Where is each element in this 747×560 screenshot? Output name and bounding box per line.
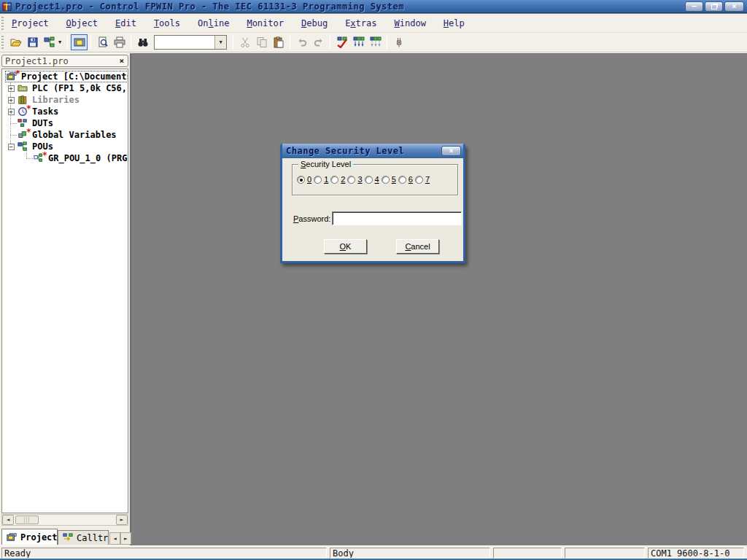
menu-debug[interactable]: Debug xyxy=(297,17,332,30)
redo-button[interactable] xyxy=(310,34,327,50)
minimize-button[interactable]: — xyxy=(685,1,703,12)
calltree-tab-icon xyxy=(62,533,75,543)
project-icon: * xyxy=(6,71,19,82)
radio-icon xyxy=(314,176,322,184)
tree-item-libraries[interactable]: + Libraries xyxy=(2,94,128,106)
panel-title: Project1.pro xyxy=(5,56,69,66)
cut-button[interactable] xyxy=(236,34,253,50)
menu-window[interactable]: Window xyxy=(390,17,430,30)
radio-level-4[interactable]: 4 xyxy=(365,175,379,184)
tree-item-label: Global Variables xyxy=(32,130,117,140)
radio-level-6[interactable]: 6 xyxy=(398,175,413,184)
save-button[interactable] xyxy=(24,34,41,50)
new-pou-icon xyxy=(44,36,55,48)
copy-button[interactable] xyxy=(253,34,270,50)
dialog-close-button[interactable]: × xyxy=(441,146,461,156)
menubar-grip[interactable] xyxy=(1,17,4,30)
online-mode-button[interactable] xyxy=(390,34,407,50)
status-bar: Ready Body COM1 9600-8-1-0 xyxy=(0,545,747,560)
dialog-titlebar[interactable]: Change Security Level × xyxy=(282,144,463,158)
radio-level-0[interactable]: 0 xyxy=(297,175,311,184)
toolbar-separator xyxy=(67,35,68,50)
toolbar-grip[interactable] xyxy=(1,36,4,49)
tab-project[interactable]: Project xyxy=(1,529,58,545)
copy-icon xyxy=(256,36,268,48)
menu-monitor[interactable]: Monitor xyxy=(242,17,288,30)
scroll-left-icon[interactable]: ◄ xyxy=(2,515,14,525)
modified-asterisk: * xyxy=(42,150,47,160)
panel-close-icon[interactable]: × xyxy=(119,56,128,66)
tree-item-plc[interactable]: + PLC (FP1 5,0k C56, xyxy=(2,82,128,94)
panel-horizontal-scrollbar[interactable]: ◄ ► xyxy=(1,514,128,526)
paste-button[interactable] xyxy=(270,34,287,50)
radio-icon xyxy=(415,176,423,184)
undo-icon xyxy=(296,36,308,48)
download-changes-button[interactable] xyxy=(367,34,384,50)
print-button[interactable] xyxy=(111,34,128,50)
tree-item-global-variables[interactable]: * Global Variables xyxy=(2,129,128,141)
tree-item-duts[interactable]: DUTs xyxy=(2,117,128,129)
tab-scroll-right-icon[interactable]: ► xyxy=(120,532,131,545)
tree-item-tasks[interactable]: + * Tasks xyxy=(2,106,128,117)
project-navigator-button[interactable] xyxy=(71,34,88,50)
radio-level-7[interactable]: 7 xyxy=(415,175,430,184)
project-navigator-panel: Project1.pro × * Project [C:\Documents +… xyxy=(0,53,131,545)
radio-level-5[interactable]: 5 xyxy=(382,175,396,184)
expand-icon[interactable]: + xyxy=(8,97,15,104)
close-button[interactable]: × xyxy=(724,1,744,12)
tab-label: Project xyxy=(20,532,58,542)
print-preview-button[interactable] xyxy=(94,34,111,50)
expand-icon[interactable]: + xyxy=(8,85,15,92)
tab-calltree[interactable]: Calltre xyxy=(58,530,109,545)
scrollbar-thumb[interactable] xyxy=(15,516,39,524)
menu-project[interactable]: Project xyxy=(7,17,53,30)
window-titlebar: Project1.pro - Control FPWIN Pro - The I… xyxy=(0,0,747,13)
menu-online[interactable]: Online xyxy=(193,17,233,30)
scroll-right-icon[interactable]: ► xyxy=(116,515,128,525)
radio-level-1[interactable]: 1 xyxy=(314,175,328,184)
undo-button[interactable] xyxy=(293,34,310,50)
compile-check-button[interactable] xyxy=(333,34,350,50)
pou-prg-icon: * xyxy=(33,153,46,163)
new-pou-button[interactable] xyxy=(41,34,58,50)
radio-icon xyxy=(347,176,355,184)
collapse-icon[interactable]: − xyxy=(8,144,15,150)
menu-edit[interactable]: Edit xyxy=(111,17,141,30)
tree-item-label: Project [C:\Documents xyxy=(21,71,128,82)
tree-item-label: GR_POU_1_0 (PRG) xyxy=(48,153,128,163)
ok-button[interactable]: OK xyxy=(324,239,367,254)
find-combobox-value[interactable] xyxy=(155,36,214,49)
menu-extras[interactable]: Extras xyxy=(341,17,381,30)
find-button[interactable] xyxy=(134,34,151,50)
restore-icon xyxy=(711,4,717,9)
tree-item-gr-pou[interactable]: * GR_POU_1_0 (PRG) xyxy=(2,152,128,164)
radio-icon xyxy=(330,176,338,184)
security-level-groupbox: Security Level 0 1 2 3 4 5 6 7 xyxy=(292,164,458,195)
tree-selection: * Project [C:\Documents xyxy=(5,71,128,82)
radio-level-3[interactable]: 3 xyxy=(347,175,362,184)
radio-icon xyxy=(365,176,373,184)
combobox-dropdown-icon[interactable]: ▼ xyxy=(214,36,226,49)
menu-object[interactable]: Object xyxy=(62,17,102,30)
tree-item-project[interactable]: * Project [C:\Documents xyxy=(2,71,128,82)
toolbar-separator xyxy=(330,35,330,50)
restore-button[interactable] xyxy=(705,1,723,12)
tab-scroll-left-icon[interactable]: ◄ xyxy=(109,532,120,545)
print-icon xyxy=(114,36,125,48)
radio-level-2[interactable]: 2 xyxy=(330,175,345,184)
find-combobox[interactable]: ▼ xyxy=(154,35,227,50)
expand-icon[interactable]: + xyxy=(8,109,15,115)
new-pou-dropdown[interactable]: ▼ xyxy=(58,39,64,45)
download-program-button[interactable] xyxy=(350,34,367,50)
open-button[interactable] xyxy=(7,34,24,50)
menu-help[interactable]: Help xyxy=(439,17,469,30)
global-variables-icon: * xyxy=(17,130,30,140)
navigator-icon xyxy=(74,36,85,48)
tree-item-label: DUTs xyxy=(32,118,53,128)
cancel-button[interactable]: Cancel xyxy=(396,239,439,254)
password-input[interactable] xyxy=(332,211,462,225)
status-empty-2 xyxy=(565,548,645,559)
menu-tools[interactable]: Tools xyxy=(150,17,185,30)
tree-item-pous[interactable]: − POUs xyxy=(2,141,128,152)
compile-check-icon xyxy=(336,36,348,48)
